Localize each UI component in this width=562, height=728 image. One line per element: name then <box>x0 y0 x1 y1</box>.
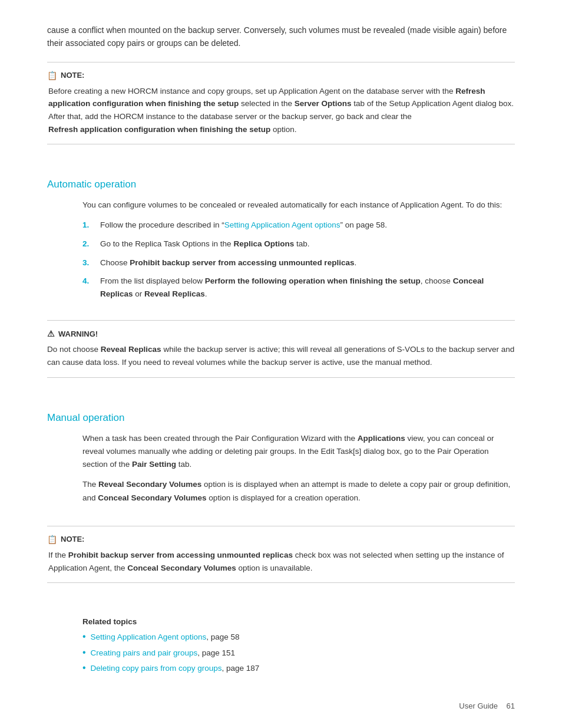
related-topic-1: • Setting Application Agent options, pag… <box>82 631 515 644</box>
warning-icon-1: ⚠ <box>47 329 55 338</box>
warning-label-1: WARNING! <box>58 330 98 338</box>
step-2-num: 2. <box>82 238 94 251</box>
step-4-num: 4. <box>82 275 94 300</box>
note1-bold1: Refresh application configuration when f… <box>48 87 485 108</box>
related-topics-section: Related topics • Setting Application Age… <box>82 617 515 675</box>
step-1-num: 1. <box>82 219 94 232</box>
manual-operation-body: When a task has been created through the… <box>82 432 515 505</box>
note-box-2: 📋 NOTE: If the Prohibit backup server fr… <box>47 526 515 583</box>
step-2-bold: Replica Options <box>233 239 294 248</box>
mo-bold4: Conceal Secondary Volumes <box>98 493 206 502</box>
warning-body-1: Do not choose Reveal Replicas while the … <box>47 343 515 368</box>
step-1-text: Follow the procedure described in “Setti… <box>100 219 387 232</box>
automatic-operation-intro: You can configure volumes to be conceale… <box>82 199 515 212</box>
related-topic-2-link[interactable]: Creating pairs and pair groups <box>91 648 198 657</box>
step-3: 3. Choose Prohibit backup server from ac… <box>82 256 515 269</box>
step-4-bold3: Reveal Replicas <box>144 289 205 298</box>
step-4-bold1: Perform the following operation when fin… <box>205 276 421 285</box>
note-label-2: NOTE: <box>61 535 84 543</box>
bullet-1: • <box>82 631 86 644</box>
note1-bold2: Server Options <box>295 99 352 108</box>
note2-bold2: Conceal Secondary Volumes <box>127 564 236 572</box>
step-3-bold: Prohibit backup server from accessing un… <box>130 258 354 267</box>
related-topic-1-text: Setting Application Agent options, page … <box>91 631 240 644</box>
related-topic-2: • Creating pairs and pair groups, page 1… <box>82 647 515 660</box>
manual-operation-para2: The Reveal Secondary Volumes option is i… <box>82 478 515 505</box>
page-content: cause a conflict when mounted on the bac… <box>0 0 562 713</box>
related-topics-title: Related topics <box>82 617 515 626</box>
mo-bold1: Applications <box>358 434 405 443</box>
manual-operation-title: Manual operation <box>47 412 515 424</box>
automatic-operation-title: Automatic operation <box>47 179 515 190</box>
note-body-2: If the Prohibit backup server from acces… <box>47 549 515 574</box>
step-1: 1. Follow the procedure described in “Se… <box>82 219 515 232</box>
note-box-1: 📋 NOTE: Before creating a new HORCM inst… <box>47 62 515 144</box>
note-icon-1: 📋 <box>47 71 57 80</box>
step-2: 2. Go to the Replica Task Options in the… <box>82 238 515 251</box>
related-topic-2-text: Creating pairs and pair groups, page 151 <box>91 647 235 660</box>
footer-label: User Guide <box>459 701 498 710</box>
note-label-1: NOTE: <box>61 71 84 80</box>
warning-bold1: Reveal Replicas <box>101 345 161 354</box>
page-footer: User Guide 61 <box>459 701 515 710</box>
warning-box-1: ⚠ WARNING! Do not choose Reveal Replicas… <box>47 320 515 377</box>
warning-header-1: ⚠ WARNING! <box>47 329 515 338</box>
related-topic-3-text: Deleting copy pairs from copy groups, pa… <box>91 662 260 675</box>
automatic-operation-body: You can configure volumes to be conceale… <box>82 199 515 300</box>
related-topic-3-link[interactable]: Deleting copy pairs from copy groups <box>91 664 222 673</box>
step-2-text: Go to the Replica Task Options in the Re… <box>100 238 309 251</box>
note-header-1: 📋 NOTE: <box>47 71 515 80</box>
mo-bold2: Pair Setting <box>132 460 176 469</box>
step-3-text: Choose Prohibit backup server from acces… <box>100 256 356 269</box>
related-topic-3: • Deleting copy pairs from copy groups, … <box>82 662 515 675</box>
related-topics-list: • Setting Application Agent options, pag… <box>82 631 515 675</box>
note-header-2: 📋 NOTE: <box>47 535 515 544</box>
note-body-1: Before creating a new HORCM instance and… <box>47 85 515 136</box>
step-4: 4. From the list displayed below Perform… <box>82 275 515 300</box>
related-topic-1-link[interactable]: Setting Application Agent options <box>91 633 207 641</box>
note2-bold1: Prohibit backup server from accessing un… <box>68 551 293 559</box>
footer-page: 61 <box>507 701 515 710</box>
manual-operation-para1: When a task has been created through the… <box>82 432 515 472</box>
step-3-num: 3. <box>82 256 94 269</box>
step-4-text: From the list displayed below Perform th… <box>100 275 515 300</box>
intro-paragraph: cause a conflict when mounted on the bac… <box>47 24 515 50</box>
mo-bold3: Reveal Secondary Volumes <box>98 480 201 489</box>
note1-bold3: Refresh application configuration when f… <box>48 125 270 134</box>
note-icon-2: 📋 <box>47 535 57 544</box>
step-1-link[interactable]: Setting Application Agent options <box>224 220 340 229</box>
bullet-3: • <box>82 662 86 675</box>
automatic-operation-steps: 1. Follow the procedure described in “Se… <box>82 219 515 300</box>
bullet-2: • <box>82 647 86 660</box>
